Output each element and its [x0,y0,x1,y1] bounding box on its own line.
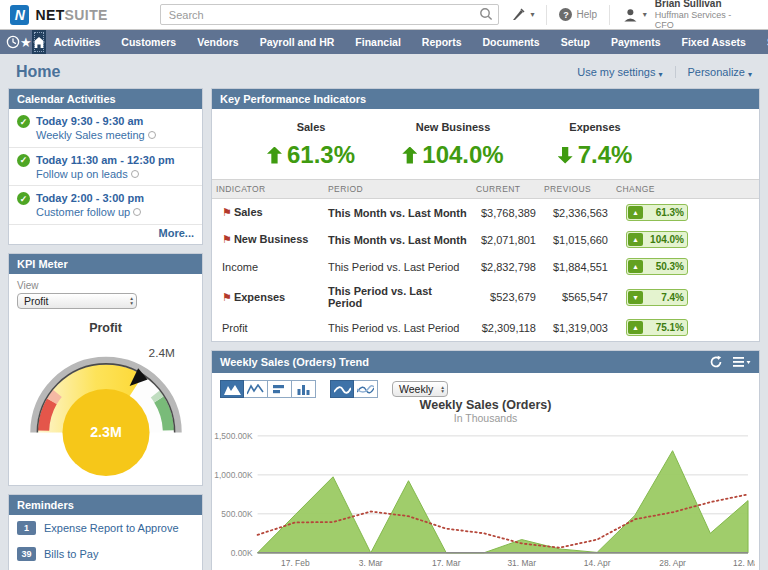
user-info: Brian Sullivan Huffman Services - CFO [655,0,746,31]
netsuite-logo-icon[interactable]: N [10,5,29,25]
change-arrow-icon [628,291,643,304]
event-link[interactable]: Customer follow up [36,206,130,218]
period-select[interactable]: Weekly ▴▾ [392,381,448,397]
select-stepper-icon: ▴▾ [441,385,444,394]
quick-add-button[interactable]: ▾ [499,5,546,25]
current-value: $2,071,801 [472,226,540,253]
recent-records-button[interactable] [6,30,20,54]
kpi-meter-header[interactable]: KPI Meter [9,254,202,274]
change-badge[interactable]: 75.1% [626,319,688,336]
nav-menu-item[interactable]: Payroll and HR [260,36,335,48]
reminders-header[interactable]: Reminders [9,495,202,515]
change-value: 75.1% [643,322,684,333]
personalize-button[interactable]: Personalize ▾ [688,66,753,78]
period-cell: This Period vs. Last Period [324,253,472,280]
previous-value: $565,547 [540,280,612,314]
calendar-event: ✓ Today 11:30 am - 12:30 pm Follow up on… [9,148,202,187]
change-badge[interactable]: 104.0% [626,231,688,248]
nav-menu-item[interactable]: Setup [561,36,590,48]
column-header[interactable]: CHANGE [612,180,759,199]
kpi-view-select[interactable]: Profit ▴▾ [17,293,137,309]
svg-text:17. Mar: 17. Mar [432,558,461,568]
panel-menu-icon[interactable] [733,356,751,368]
reminder-link[interactable]: Expense Report to Approve [44,522,179,534]
current-value: $3,768,389 [472,199,540,227]
user-avatar-icon [622,7,639,23]
more-link[interactable]: More... [159,227,194,239]
chevron-down-icon: ▾ [658,70,662,79]
shortcuts-button[interactable]: ★ [20,30,32,54]
previous-value: $1,015,660 [540,226,612,253]
kpi-highlight: Sales 61.3% [240,121,382,169]
reminder-link[interactable]: Bills to Pay [44,548,98,560]
check-circle-icon[interactable]: ✓ [17,115,30,128]
nav-menu-item[interactable]: Payments [611,36,661,48]
column-header[interactable]: INDICATOR [212,180,324,199]
column-header[interactable]: PERIOD [324,180,472,199]
trendline-smooth-button[interactable] [330,380,354,398]
svg-text:12. May: 12. May [733,558,755,568]
svg-text:3. Mar: 3. Mar [359,558,383,568]
indicator-link[interactable]: Expenses [234,291,285,303]
nav-menu-item[interactable]: Fixed Assets [682,36,746,48]
indicator-link[interactable]: Profit [222,322,248,334]
nav-menu-item[interactable]: Financial [355,36,401,48]
nav-menu-item[interactable]: Documents [483,36,540,48]
event-time: Today 2:00 - 3:00 pm [36,191,144,205]
chart-type-line-button[interactable] [244,380,268,398]
nav-menu: Activities Customers Vendors Payroll and… [54,36,768,48]
search-icon[interactable] [479,7,493,21]
change-badge[interactable]: 7.4% [626,289,688,306]
gauge-max-label: 2.4M [148,346,174,360]
indicator-link[interactable]: New Business [234,233,309,245]
nav-menu-item[interactable]: Activities [54,36,101,48]
chart-type-area-button[interactable] [220,380,244,398]
help-button[interactable]: ? Help [546,5,609,25]
home-button[interactable] [32,30,46,54]
event-link[interactable]: Weekly Sales meeting [36,129,145,141]
trendline-overlay-button[interactable] [354,380,378,398]
change-arrow-icon [628,321,643,334]
period-cell: This Period vs. Last Period [324,314,472,341]
column-header[interactable]: CURRENT [472,180,540,199]
change-badge[interactable]: 61.3% [626,204,688,221]
check-circle-icon[interactable]: ✓ [17,154,30,167]
trend-arrow-icon [402,147,417,164]
svg-text:14. Apr: 14. Apr [584,558,611,568]
chart-type-bar-button[interactable] [268,380,292,398]
indicator-link[interactable]: Income [222,261,258,273]
reminder-item: 1 Expense Report to Approve [9,515,202,541]
event-link[interactable]: Follow up on leads [36,168,128,180]
calendar-activities-header[interactable]: Calendar Activities [9,89,202,109]
kpi-highlight-value[interactable]: 7.4% [578,141,633,169]
check-circle-icon[interactable]: ✓ [17,192,30,205]
previous-value: $2,336,563 [540,199,612,227]
search-input[interactable] [160,4,500,25]
user-menu[interactable]: ▾ Brian Sullivan Huffman Services - CFO [609,5,758,25]
kpi-panel-header[interactable]: Key Performance Indicators [212,89,759,109]
quick-add-icon [511,7,526,22]
use-my-settings-button[interactable]: Use my settings ▾ [577,66,662,78]
indicator-link[interactable]: Sales [234,206,263,218]
refresh-icon[interactable] [709,355,723,369]
nav-menu-item[interactable]: Reports [422,36,462,48]
trend-chart-svg[interactable]: 0.00K500.00K1,000.00K1,500.00K17. Feb3. … [212,424,755,570]
change-badge[interactable]: 50.3% [626,258,688,275]
kpi-highlight-value[interactable]: 104.0% [422,141,503,169]
trend-panel-header[interactable]: Weekly Sales (Orders) Trend [212,351,759,373]
chevron-down-icon: ▾ [530,11,534,19]
calendar-event: ✓ Today 2:00 - 3:00 pm Customer follow u… [9,186,202,225]
svg-text:0.00K: 0.00K [231,548,253,558]
main-navigation: ★ Activities Customers Vendors Payroll a… [0,30,768,54]
chart-type-column-button[interactable] [292,380,316,398]
chart-subtitle: In Thousands [212,412,759,424]
kpi-highlight-value[interactable]: 61.3% [287,141,355,169]
kpi-highlight-label: New Business [382,121,524,133]
kpi-highlight: New Business 104.0% [382,121,524,169]
page-header: Home Use my settings ▾ Personalize ▾ [0,54,768,88]
view-label: View [17,280,194,291]
help-icon: ? [559,8,572,21]
nav-menu-item[interactable]: Customers [121,36,176,48]
column-header[interactable]: PREVIOUS [540,180,612,199]
nav-menu-item[interactable]: Vendors [197,36,238,48]
